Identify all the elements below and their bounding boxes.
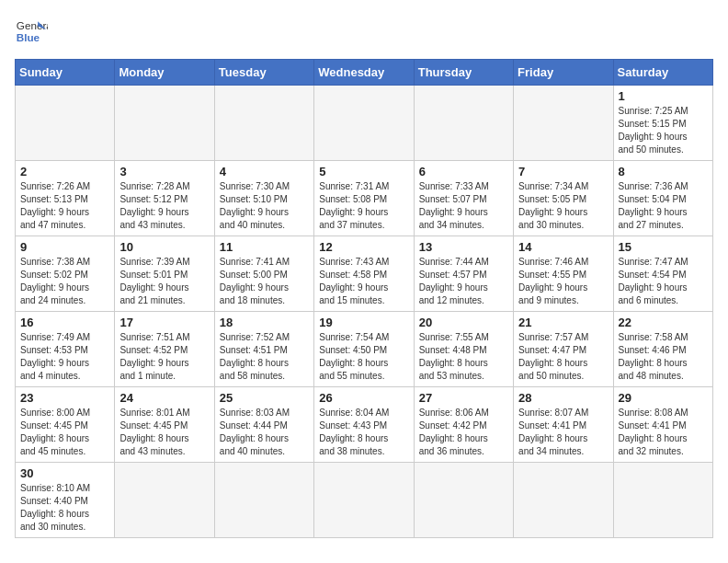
day-number: 4 (220, 165, 309, 178)
calendar-table: SundayMondayTuesdayWednesdayThursdayFrid… (15, 59, 713, 538)
day-info: Sunrise: 8:10 AM Sunset: 4:40 PM Dayligh… (20, 482, 109, 534)
svg-text:General: General (17, 19, 48, 31)
calendar-header-row: SundayMondayTuesdayWednesdayThursdayFrid… (16, 60, 713, 86)
day-number: 16 (20, 316, 109, 329)
day-number: 18 (220, 316, 309, 329)
day-info: Sunrise: 7:46 AM Sunset: 4:55 PM Dayligh… (518, 256, 608, 307)
day-info: Sunrise: 7:38 AM Sunset: 5:02 PM Dayligh… (20, 256, 109, 307)
day-number: 10 (119, 240, 209, 254)
calendar-cell: 8Sunrise: 7:36 AM Sunset: 5:04 PM Daylig… (613, 161, 712, 236)
day-number: 24 (119, 391, 209, 405)
day-number: 21 (518, 316, 608, 329)
day-number: 9 (20, 240, 109, 254)
day-info: Sunrise: 7:44 AM Sunset: 4:57 PM Dayligh… (419, 256, 508, 307)
day-number: 17 (119, 316, 209, 329)
day-info: Sunrise: 8:04 AM Sunset: 4:43 PM Dayligh… (319, 407, 408, 458)
calendar-cell (414, 463, 513, 538)
calendar-row-4: 23Sunrise: 8:00 AM Sunset: 4:45 PM Dayli… (16, 387, 713, 463)
day-info: Sunrise: 7:39 AM Sunset: 5:01 PM Dayligh… (119, 256, 209, 307)
day-number: 2 (20, 165, 109, 178)
calendar-cell (115, 86, 214, 161)
calendar-cell (414, 86, 513, 161)
header-friday: Friday (514, 60, 613, 86)
calendar-cell: 18Sunrise: 7:52 AM Sunset: 4:51 PM Dayli… (214, 312, 313, 387)
day-number: 1 (619, 89, 708, 103)
day-number: 25 (220, 391, 309, 405)
calendar-cell: 15Sunrise: 7:47 AM Sunset: 4:54 PM Dayli… (613, 236, 712, 312)
day-info: Sunrise: 7:52 AM Sunset: 4:51 PM Dayligh… (220, 331, 309, 383)
calendar-cell (613, 463, 712, 538)
day-number: 19 (319, 316, 408, 329)
day-info: Sunrise: 8:01 AM Sunset: 4:45 PM Dayligh… (119, 407, 209, 458)
day-info: Sunrise: 8:08 AM Sunset: 4:41 PM Dayligh… (619, 407, 708, 458)
calendar-cell: 28Sunrise: 8:07 AM Sunset: 4:41 PM Dayli… (514, 387, 613, 463)
day-number: 14 (518, 240, 608, 254)
logo: General Blue (15, 15, 48, 48)
day-number: 20 (419, 316, 508, 329)
day-info: Sunrise: 7:31 AM Sunset: 5:08 PM Dayligh… (319, 180, 408, 232)
calendar-cell: 26Sunrise: 8:04 AM Sunset: 4:43 PM Dayli… (314, 387, 414, 463)
day-number: 26 (319, 391, 408, 405)
calendar-cell: 30Sunrise: 8:10 AM Sunset: 4:40 PM Dayli… (16, 463, 115, 538)
day-info: Sunrise: 7:30 AM Sunset: 5:10 PM Dayligh… (220, 180, 309, 232)
day-info: Sunrise: 7:54 AM Sunset: 4:50 PM Dayligh… (319, 331, 408, 383)
calendar-cell (314, 463, 414, 538)
day-info: Sunrise: 7:34 AM Sunset: 5:05 PM Dayligh… (518, 180, 608, 232)
calendar-cell (214, 463, 313, 538)
calendar-cell: 7Sunrise: 7:34 AM Sunset: 5:05 PM Daylig… (514, 161, 613, 236)
header-wednesday: Wednesday (314, 60, 414, 86)
calendar-cell: 12Sunrise: 7:43 AM Sunset: 4:58 PM Dayli… (314, 236, 414, 312)
day-number: 5 (319, 165, 408, 178)
calendar-cell: 23Sunrise: 8:00 AM Sunset: 4:45 PM Dayli… (16, 387, 115, 463)
header-tuesday: Tuesday (214, 60, 313, 86)
day-info: Sunrise: 7:51 AM Sunset: 4:52 PM Dayligh… (119, 331, 209, 383)
day-number: 23 (20, 391, 109, 405)
calendar-cell: 16Sunrise: 7:49 AM Sunset: 4:53 PM Dayli… (16, 312, 115, 387)
day-number: 12 (319, 240, 408, 254)
calendar-cell (16, 86, 115, 161)
calendar-cell: 19Sunrise: 7:54 AM Sunset: 4:50 PM Dayli… (314, 312, 414, 387)
calendar-cell (115, 463, 214, 538)
calendar-row-1: 2Sunrise: 7:26 AM Sunset: 5:13 PM Daylig… (16, 161, 713, 236)
day-info: Sunrise: 7:43 AM Sunset: 4:58 PM Dayligh… (319, 256, 408, 307)
calendar-cell: 24Sunrise: 8:01 AM Sunset: 4:45 PM Dayli… (115, 387, 214, 463)
day-info: Sunrise: 7:58 AM Sunset: 4:46 PM Dayligh… (619, 331, 708, 383)
day-info: Sunrise: 8:03 AM Sunset: 4:44 PM Dayligh… (220, 407, 309, 458)
calendar-cell: 10Sunrise: 7:39 AM Sunset: 5:01 PM Dayli… (115, 236, 214, 312)
day-info: Sunrise: 7:49 AM Sunset: 4:53 PM Dayligh… (20, 331, 109, 383)
calendar-cell: 6Sunrise: 7:33 AM Sunset: 5:07 PM Daylig… (414, 161, 513, 236)
calendar-cell: 25Sunrise: 8:03 AM Sunset: 4:44 PM Dayli… (214, 387, 313, 463)
day-info: Sunrise: 7:41 AM Sunset: 5:00 PM Dayligh… (220, 256, 309, 307)
calendar-cell: 5Sunrise: 7:31 AM Sunset: 5:08 PM Daylig… (314, 161, 414, 236)
day-number: 28 (518, 391, 608, 405)
day-info: Sunrise: 8:00 AM Sunset: 4:45 PM Dayligh… (20, 407, 109, 458)
day-info: Sunrise: 7:33 AM Sunset: 5:07 PM Dayligh… (419, 180, 508, 232)
calendar-cell (514, 86, 613, 161)
calendar-cell: 2Sunrise: 7:26 AM Sunset: 5:13 PM Daylig… (16, 161, 115, 236)
svg-text:Blue: Blue (17, 31, 40, 43)
day-info: Sunrise: 7:47 AM Sunset: 4:54 PM Dayligh… (619, 256, 708, 307)
calendar-cell: 29Sunrise: 8:08 AM Sunset: 4:41 PM Dayli… (613, 387, 712, 463)
calendar-cell: 9Sunrise: 7:38 AM Sunset: 5:02 PM Daylig… (16, 236, 115, 312)
day-number: 8 (619, 165, 708, 178)
calendar-cell: 14Sunrise: 7:46 AM Sunset: 4:55 PM Dayli… (514, 236, 613, 312)
calendar-cell: 21Sunrise: 7:57 AM Sunset: 4:47 PM Dayli… (514, 312, 613, 387)
calendar-cell: 3Sunrise: 7:28 AM Sunset: 5:12 PM Daylig… (115, 161, 214, 236)
day-info: Sunrise: 7:57 AM Sunset: 4:47 PM Dayligh… (518, 331, 608, 383)
header-saturday: Saturday (613, 60, 712, 86)
page-header: General Blue (15, 15, 713, 48)
day-number: 11 (220, 240, 309, 254)
day-number: 22 (619, 316, 708, 329)
day-info: Sunrise: 7:26 AM Sunset: 5:13 PM Dayligh… (20, 180, 109, 232)
day-info: Sunrise: 7:36 AM Sunset: 5:04 PM Dayligh… (619, 180, 708, 232)
header-sunday: Sunday (16, 60, 115, 86)
day-info: Sunrise: 7:25 AM Sunset: 5:15 PM Dayligh… (619, 105, 708, 156)
calendar-row-2: 9Sunrise: 7:38 AM Sunset: 5:02 PM Daylig… (16, 236, 713, 312)
calendar-cell (514, 463, 613, 538)
header-monday: Monday (115, 60, 214, 86)
calendar-cell: 1Sunrise: 7:25 AM Sunset: 5:15 PM Daylig… (613, 86, 712, 161)
calendar-row-3: 16Sunrise: 7:49 AM Sunset: 4:53 PM Dayli… (16, 312, 713, 387)
calendar-cell: 4Sunrise: 7:30 AM Sunset: 5:10 PM Daylig… (214, 161, 313, 236)
day-number: 3 (119, 165, 209, 178)
logo-icon: General Blue (15, 15, 48, 48)
